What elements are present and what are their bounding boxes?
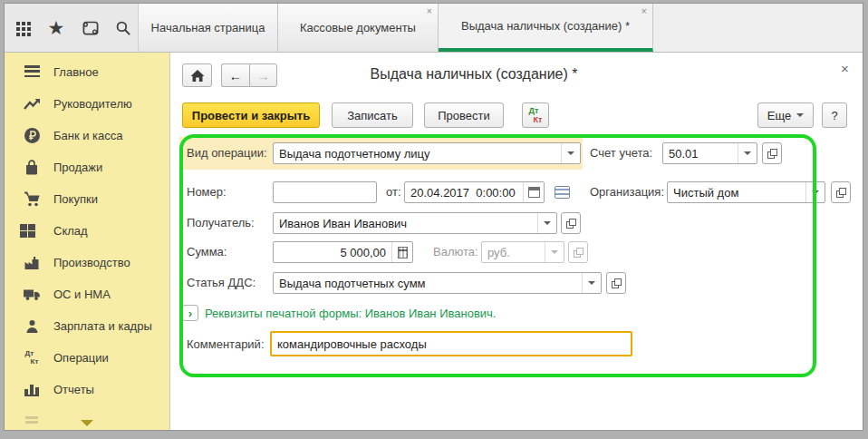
history-button[interactable] <box>79 17 101 39</box>
post-button[interactable]: Провести <box>424 102 504 128</box>
sidebar: Главное Руководителю Банк и касса Продаж… <box>5 53 170 431</box>
trend-chart-icon <box>23 95 41 113</box>
recipient-select[interactable]: Иванов Иван Иванович <box>273 212 557 234</box>
sidebar-item-warehouse[interactable]: Склад <box>5 215 169 247</box>
date-label: от: <box>386 181 401 203</box>
sidebar-item-bank-cash[interactable]: Банк и касса <box>5 120 169 151</box>
dds-choose-button[interactable] <box>606 272 626 294</box>
number-label: Номер: <box>187 181 227 203</box>
sidebar-item-payroll[interactable]: Зарплата и кадры <box>5 310 169 342</box>
dds-label: Статья ДДС: <box>187 272 256 294</box>
operation-type-select[interactable]: Выдача подотчетному лицу <box>273 142 581 164</box>
dropdown-arrow-icon[interactable] <box>537 213 556 233</box>
journal-list-button[interactable] <box>555 186 570 199</box>
account-field[interactable]: 50.01 <box>662 142 757 164</box>
sidebar-item-label: Главное <box>53 65 99 79</box>
shopping-bag-icon <box>23 159 41 177</box>
expand-chevron-icon: › <box>188 307 192 319</box>
open-icon <box>574 248 583 258</box>
factory-icon <box>23 254 41 272</box>
tab-cash-withdrawal[interactable]: Выдача наличных (создание) * × <box>439 4 653 52</box>
tab-cash-documents[interactable]: Кассовые документы × <box>278 4 439 52</box>
account-label: Счет учета: <box>590 142 652 164</box>
tab-label: Выдача наличных (создание) * <box>461 19 630 33</box>
search-icon <box>115 20 131 36</box>
tab-home-page[interactable]: Начальная страница <box>139 4 278 52</box>
more-button[interactable]: Еще <box>757 102 814 128</box>
dropdown-arrow-icon[interactable] <box>561 143 580 163</box>
tab-label: Кассовые документы <box>300 21 416 34</box>
tab-close-button[interactable]: × <box>427 6 432 16</box>
page-title: Выдача наличных (создание) * <box>306 66 641 83</box>
dropdown-arrow-icon[interactable] <box>582 273 601 293</box>
shopping-cart-icon <box>23 190 41 209</box>
organization-choose-button[interactable] <box>831 181 851 203</box>
comment-input[interactable]: командировочные расходы <box>270 331 632 356</box>
post-and-close-button[interactable]: Провести и закрыть <box>182 102 320 128</box>
calculator-button[interactable] <box>391 242 412 262</box>
calendar-button[interactable] <box>523 182 544 202</box>
organization-label: Организация: <box>590 181 664 203</box>
menu-grid-button[interactable] <box>12 17 34 39</box>
tab-label: Начальная страница <box>151 21 265 34</box>
sidebar-item-main[interactable]: Главное <box>5 56 169 88</box>
search-button[interactable] <box>112 17 134 39</box>
dt-kt-icon: ДтКт <box>529 107 543 124</box>
app-window: ★ Начальная страница Кассовые документы … <box>4 3 863 431</box>
amount-input[interactable]: 5 000,00 <box>273 241 413 263</box>
help-button[interactable]: ? <box>822 102 847 128</box>
back-arrow-icon: ← <box>229 68 243 83</box>
recipient-choose-button[interactable] <box>561 212 581 234</box>
account-choose-button[interactable] <box>762 142 782 164</box>
open-icon <box>566 219 576 229</box>
dt-kt-postings-button[interactable]: ДтКт <box>522 102 549 128</box>
grid-icon <box>16 22 20 25</box>
back-button[interactable]: ← <box>221 63 249 87</box>
sidebar-item-operations[interactable]: ДтКт Операции <box>5 342 169 374</box>
organization-value: Чистый дом <box>668 186 805 200</box>
sidebar-item-label: ОС и НМА <box>53 288 111 301</box>
ruble-circle-icon <box>23 127 41 145</box>
home-icon <box>190 69 205 83</box>
calendar-icon <box>528 187 540 198</box>
dt-kt-icon: ДтКт <box>23 349 41 367</box>
quick-toolbar: ★ <box>5 4 139 52</box>
star-icon: ★ <box>48 18 65 37</box>
document-form: ← → Выдача наличных (создание) * × Прове… <box>170 53 863 431</box>
date-input[interactable]: 20.04.2017 0:00:00 <box>404 181 545 203</box>
open-icon <box>612 278 622 288</box>
sidebar-item-production[interactable]: Производство <box>5 247 169 278</box>
currency-value: руб. <box>482 246 545 259</box>
sidebar-scroll-down-arrow[interactable] <box>81 420 93 426</box>
dropdown-arrow-icon[interactable] <box>805 182 825 202</box>
menu-lines-icon <box>23 63 41 82</box>
sidebar-item-label: Производство <box>53 256 130 269</box>
save-button[interactable]: Записать <box>332 102 413 128</box>
person-icon <box>23 317 41 336</box>
number-input[interactable] <box>273 181 377 203</box>
home-button[interactable] <box>182 63 212 87</box>
sidebar-item-purchases[interactable]: Покупки <box>5 183 169 215</box>
scroll-icon <box>81 19 100 37</box>
organization-select[interactable]: Чистый дом <box>667 181 825 203</box>
print-details-expand-button[interactable]: › <box>182 305 198 321</box>
sidebar-item-sales[interactable]: Продажи <box>5 151 169 183</box>
forward-arrow-icon: → <box>256 68 270 83</box>
tab-close-button[interactable]: × <box>641 6 647 16</box>
sidebar-item-manager[interactable]: Руководителю <box>5 88 169 120</box>
forward-button[interactable]: → <box>249 63 277 87</box>
sidebar-item-reports[interactable]: Отчеты <box>5 374 169 405</box>
sidebar-item-fixed-assets[interactable]: ОС и НМА <box>5 278 169 310</box>
sidebar-item-label: Операции <box>53 351 109 365</box>
dds-select[interactable]: Выдача подотчетных сумм <box>273 272 602 294</box>
form-close-button[interactable]: × <box>841 62 849 75</box>
date-value: 20.04.2017 0:00:00 <box>405 186 523 200</box>
dropdown-arrow-icon[interactable] <box>738 143 757 163</box>
print-details-link[interactable]: Реквизиты печатной формы: Иванов Иван Ив… <box>205 307 496 320</box>
bar-chart-icon <box>23 381 41 399</box>
top-bar: ★ Начальная страница Кассовые документы … <box>5 4 863 53</box>
sidebar-item-label: Покупки <box>53 192 98 206</box>
favorites-button[interactable]: ★ <box>45 17 67 39</box>
open-icon <box>836 188 846 198</box>
currency-select[interactable]: руб. <box>481 241 564 263</box>
